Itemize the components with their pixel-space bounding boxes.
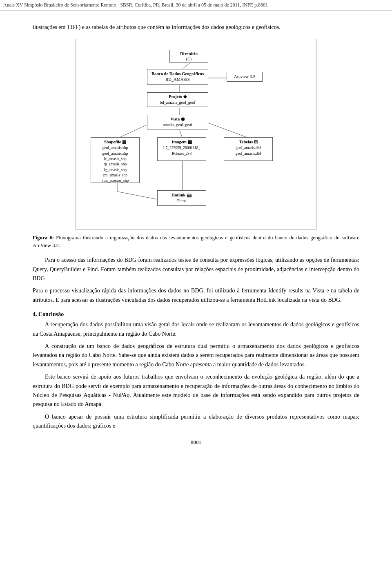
section4-p2: A construção de um banco de dados geográ… <box>33 342 359 369</box>
shapefile-node: Shapefile ▦ geol_amasis.shpgeof_amasis.s… <box>91 137 140 183</box>
svg-line-6 <box>208 123 250 138</box>
section4-p4: O banco apesar de possuir uma estrutura … <box>33 412 359 431</box>
svg-line-4 <box>117 123 151 138</box>
header-text: Anais XV Simpósio Brasileiro de Sensoria… <box>3 2 268 8</box>
page-content: ilustrações em TIFF) e as tabelas de atr… <box>0 11 392 462</box>
section4-p1: A recuperação dos dados possibilitou uma… <box>33 320 359 339</box>
intro-text: ilustrações em TIFF) e as tabelas de atr… <box>33 24 281 30</box>
imagem-node: Imagem ▦ L7_225059_20001118_RGuass_2v3 <box>157 137 206 161</box>
diretorio-node: Diretório (C) <box>169 50 208 63</box>
body-paragraph-1: Para o acesso das informações do BDG for… <box>33 256 359 283</box>
intro-paragraph: ilustrações em TIFF) e as tabelas de atr… <box>33 23 359 31</box>
diagram-wrapper: Diretório (C) Banco de Dados Geográficos… <box>82 47 310 222</box>
section4-p3: Este banco servirá de apoio aos futuros … <box>33 372 359 409</box>
figure-caption: Figura 6: Fluxograma ilustrando a organi… <box>33 234 359 250</box>
page-number: 8801 <box>33 439 359 446</box>
arcview-node: Arcview 3.2 <box>227 72 263 82</box>
section-4-title: 4. Conclusão <box>33 311 359 318</box>
bdg-node: Banco de Dados Geográficos BD_AMASIS <box>147 69 208 85</box>
figure-caption-bold: Figura 6: <box>33 235 54 241</box>
svg-line-9 <box>117 192 159 200</box>
figure-caption-rest: Fluxograma ilustrando a organização dos … <box>33 235 359 248</box>
tabelas-node: Tabelas ⊞ geol_amasis.dbfgeof_amasis.dbf <box>224 137 273 161</box>
projeto-node: Projeto ◆ bd_amasis_geol_geof <box>147 92 208 107</box>
body-paragraph-2: Para o processo visualização rápida das … <box>33 286 359 305</box>
page-header: Anais XV Simpósio Brasileiro de Sensoria… <box>0 0 392 11</box>
diagram-container: Diretório (C) Banco de Dados Geográficos… <box>76 39 316 230</box>
vista-node: Vista ◉ amasis_geol_geof <box>147 115 208 129</box>
hotlink-node: Hotlink 📷 Fotos <box>157 190 206 206</box>
